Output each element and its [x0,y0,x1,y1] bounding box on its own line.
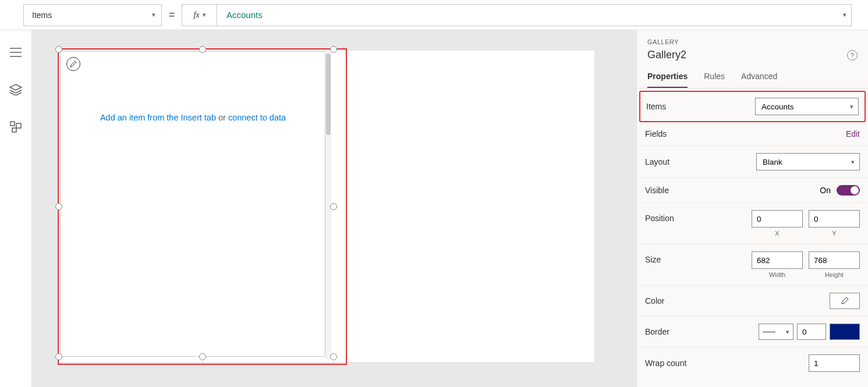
connect-data-link[interactable]: connect to data [228,113,286,122]
chevron-down-icon: ▾ [152,11,155,19]
panel-tabs: Properties Rules Advanced [637,61,868,88]
left-rail [0,30,32,387]
fields-label: Fields [645,129,667,139]
formula-value: Accounts [226,10,263,20]
layout-dropdown[interactable]: Blank ▾ [756,153,860,171]
chevron-down-icon: ▾ [786,328,789,336]
wrap-count-input[interactable] [809,354,860,372]
chevron-down-icon[interactable]: ▾ [843,11,846,19]
border-color-picker[interactable] [830,324,860,340]
placeholder-or: or [216,113,228,122]
property-size: Size Width Height [637,244,868,286]
resize-handle-s[interactable] [199,353,206,360]
screen-canvas[interactable]: Add an item from the Insert tab or conne… [60,51,594,362]
chevron-down-icon: ▾ [202,11,206,19]
resize-handle-nw[interactable] [55,46,62,53]
properties-panel: GALLERY Gallery2 ? Properties Rules Adva… [636,30,868,387]
position-y-sublabel: Y [832,230,836,237]
tab-rules[interactable]: Rules [704,72,725,88]
size-height-input[interactable] [809,251,860,269]
resize-handle-e[interactable] [330,203,337,210]
chevron-down-icon: ▾ [850,103,853,111]
property-position: Position X Y [637,203,868,244]
property-border: Border ▾ [637,317,868,347]
border-width-input[interactable] [797,324,826,340]
resize-handle-ne[interactable] [330,46,337,53]
layers-icon[interactable] [9,83,23,97]
help-icon[interactable]: ? [847,50,858,61]
items-value: Accounts [761,102,794,111]
property-visible: Visible On [637,178,868,203]
chevron-down-icon: ▾ [851,158,855,166]
components-icon[interactable] [9,120,23,134]
scrollbar-thumb[interactable] [326,54,331,135]
layout-label: Layout [645,157,669,166]
size-width-input[interactable] [752,251,803,269]
canvas-area[interactable]: Add an item from the Insert tab or conne… [32,30,636,387]
size-width-sublabel: Width [769,271,785,278]
gallery-selection[interactable]: Add an item from the Insert tab or conne… [58,48,347,365]
control-name[interactable]: Gallery2 [647,49,686,61]
main-area: Add an item from the Insert tab or conne… [0,30,868,387]
insert-link[interactable]: Add an item from the Insert tab [100,113,216,122]
property-color: Color [637,286,868,317]
formula-input[interactable]: Accounts ▾ [217,4,852,26]
svg-rect-1 [16,123,21,128]
formula-bar: Items ▾ = fx ▾ Accounts ▾ [0,0,868,30]
resize-handle-n[interactable] [199,46,206,53]
tab-properties[interactable]: Properties [647,72,688,88]
gallery-control[interactable]: Add an item from the Insert tab or conne… [61,51,325,357]
svg-rect-0 [10,122,15,126]
visible-state: On [820,186,831,195]
color-label: Color [645,296,664,306]
resize-handle-se[interactable] [330,353,337,360]
size-height-sublabel: Height [825,271,844,278]
border-style-dropdown[interactable]: ▾ [759,324,793,340]
visible-toggle-wrap: On [820,185,860,196]
size-label: Size [645,251,661,264]
tab-advanced[interactable]: Advanced [741,72,777,88]
property-fields: Fields Edit [637,122,868,146]
wrap-label: Wrap count [645,358,686,368]
visible-label: Visible [645,186,669,195]
visible-toggle[interactable] [837,185,860,196]
position-y-input[interactable] [809,210,860,228]
items-label: Items [646,102,666,111]
hamburger-icon[interactable] [9,45,23,59]
position-x-input[interactable] [752,210,803,228]
resize-handle-w[interactable] [55,203,62,210]
resize-handle-sw[interactable] [55,353,62,360]
equals-sign: = [162,9,182,21]
fx-label: fx [193,10,199,20]
border-label: Border [645,327,669,336]
items-dropdown[interactable]: Accounts ▾ [755,98,859,115]
property-selector[interactable]: Items ▾ [23,4,162,26]
position-x-sublabel: X [775,230,779,237]
control-type-label: GALLERY [647,38,858,45]
gallery-placeholder: Add an item from the Insert tab or conne… [61,113,325,122]
property-wrap-count: Wrap count [637,347,868,379]
layout-value: Blank [763,158,782,166]
color-picker[interactable] [830,293,860,309]
property-items: Items Accounts ▾ [639,91,866,122]
position-label: Position [645,210,674,223]
pencil-icon[interactable] [66,57,80,71]
svg-rect-2 [12,128,16,132]
property-selector-value: Items [32,10,52,20]
property-layout: Layout Blank ▾ [637,146,868,178]
fx-button[interactable]: fx ▾ [182,4,217,26]
fields-edit-link[interactable]: Edit [846,129,860,139]
